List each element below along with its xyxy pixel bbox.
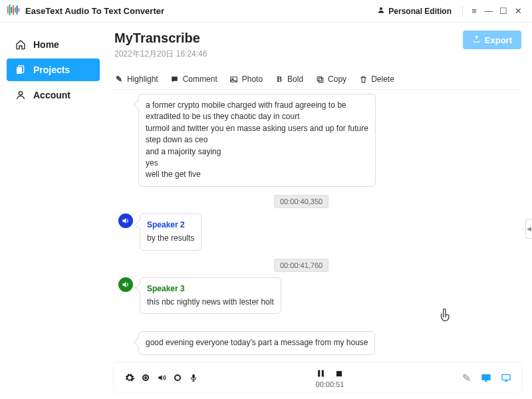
transcript-bubble[interactable]: a former crypto mobile charged with frau… [138, 94, 376, 187]
bold-button[interactable]: BBold [275, 74, 303, 84]
sidebar-item-account[interactable]: Account [7, 84, 100, 106]
transcript-bubble[interactable]: Speaker 2 by the results [140, 213, 201, 251]
photo-button[interactable]: Photo [229, 74, 263, 84]
svg-rect-6 [319, 78, 323, 82]
app-title: EaseText Audio To Text Converter [25, 6, 164, 16]
play-speaker-icon[interactable] [118, 277, 133, 292]
svg-rect-7 [317, 76, 322, 81]
format-toolbar: ✎Highlight Comment Photo BBold Copy Dele… [114, 69, 521, 90]
sidebar-item-label: Account [33, 90, 70, 100]
photo-icon [229, 74, 239, 84]
highlight-icon: ✎ [114, 74, 124, 84]
mic-icon[interactable] [188, 372, 200, 384]
export-button[interactable]: Export [463, 31, 521, 49]
monitor-primary-icon[interactable] [480, 372, 492, 384]
bold-icon: B [275, 74, 284, 84]
delete-button[interactable]: Delete [358, 74, 394, 84]
player-bar: 00:00:51 ✎ [114, 363, 521, 392]
timestamp-chip[interactable]: 00:00:41,760 [274, 259, 329, 272]
radio-source-selected[interactable] [142, 372, 149, 384]
copy-icon [315, 74, 325, 84]
radio-source-unselected[interactable] [174, 372, 181, 384]
trash-icon [358, 74, 368, 84]
minimize-button[interactable]: — [481, 4, 496, 19]
account-icon [15, 89, 27, 101]
app-logo-icon [7, 3, 21, 19]
transcript-bubble[interactable]: Speaker 3 this nbc nightly news with les… [140, 277, 281, 315]
menu-button[interactable]: ≡ [467, 4, 481, 19]
svg-rect-9 [318, 370, 320, 377]
highlight-button[interactable]: ✎Highlight [114, 74, 158, 84]
svg-point-3 [19, 92, 22, 95]
sidebar-item-label: Projects [33, 65, 70, 75]
svg-point-0 [380, 7, 382, 10]
svg-rect-10 [321, 370, 323, 377]
transcript-area: a former crypto mobile charged with frau… [114, 90, 521, 358]
stop-button[interactable] [333, 368, 345, 380]
edition-label[interactable]: Personal Edition [377, 6, 452, 16]
maximize-button[interactable]: ☐ [496, 4, 511, 19]
speaker-label: Speaker 3 [147, 283, 274, 295]
svg-rect-13 [502, 374, 510, 380]
home-icon [15, 39, 27, 51]
playback-time: 00:00:51 [316, 380, 344, 388]
sidebar-item-home[interactable]: Home [7, 33, 100, 56]
sidebar-item-label: Home [33, 39, 59, 50]
export-icon [472, 35, 481, 45]
edit-icon[interactable]: ✎ [460, 372, 472, 384]
comment-button[interactable]: Comment [170, 74, 217, 84]
timestamp-chip[interactable]: 00:00:40,350 [274, 195, 329, 208]
settings-icon[interactable] [124, 372, 136, 384]
sidebar: Home Projects Account [0, 23, 106, 399]
sidebar-item-projects[interactable]: Projects [7, 59, 100, 81]
play-speaker-icon[interactable] [118, 213, 133, 228]
comment-icon [170, 74, 180, 84]
volume-icon[interactable] [156, 372, 168, 384]
monitor-secondary-icon[interactable] [500, 372, 512, 384]
speaker-label: Speaker 2 [147, 219, 194, 231]
svg-rect-12 [482, 374, 490, 380]
pause-button[interactable] [315, 368, 327, 380]
user-icon [377, 6, 385, 16]
svg-rect-11 [336, 370, 342, 376]
projects-icon [15, 64, 27, 76]
svg-rect-8 [192, 374, 195, 378]
copy-button[interactable]: Copy [315, 74, 346, 84]
page-title: MyTranscribe [114, 31, 207, 46]
cursor-icon [439, 309, 452, 327]
transcript-bubble[interactable]: good evening everyone today's part a mes… [138, 331, 375, 354]
collapse-panel-button[interactable]: ◀ [525, 219, 532, 239]
close-button[interactable]: ✕ [511, 4, 525, 19]
page-date: 2022年12月20日 16:24:46 [114, 49, 207, 60]
